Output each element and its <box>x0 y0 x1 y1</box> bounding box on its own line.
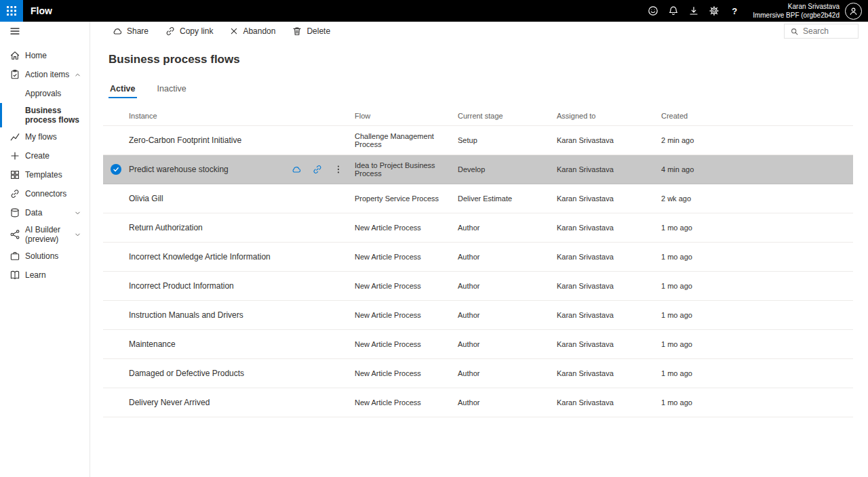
row-assigned: Karan Srivastava <box>557 369 661 377</box>
search-box[interactable] <box>784 24 859 39</box>
share-cloud-icon <box>112 26 123 37</box>
table-row-selected[interactable]: Predict warehouse stocking Idea to Proje… <box>103 155 853 184</box>
sidebar-item-my-flows[interactable]: My flows <box>0 127 90 146</box>
row-stage: Author <box>458 282 557 290</box>
row-assigned: Karan Srivastava <box>557 224 661 232</box>
row-select-cell[interactable] <box>103 126 129 154</box>
row-instance: Damaged or Defective Products <box>129 369 244 378</box>
account-info[interactable]: Karan Srivastava Immersive BPF (orgbe2b4… <box>753 2 840 20</box>
row-share-icon[interactable] <box>291 164 302 175</box>
table-row[interactable]: Delivery Never Arrived New Article Proce… <box>103 388 853 417</box>
abandon-button[interactable]: Abandon <box>229 26 275 36</box>
download-icon <box>688 5 699 16</box>
row-assigned: Karan Srivastava <box>557 136 661 144</box>
share-button[interactable]: Share <box>112 26 149 37</box>
column-header-flow[interactable]: Flow <box>355 112 458 120</box>
row-flow: New Article Process <box>355 282 458 290</box>
row-instance: Delivery Never Arrived <box>129 398 210 407</box>
sidebar-item-label: Learn <box>25 270 46 280</box>
column-header-created[interactable]: Created <box>661 112 853 120</box>
collapse-nav-button[interactable] <box>0 22 90 41</box>
help-button[interactable]: ? <box>724 0 745 22</box>
row-select-cell[interactable] <box>103 388 129 417</box>
sidebar-item-learn[interactable]: Learn <box>0 266 90 285</box>
copy-link-button[interactable]: Copy link <box>165 26 213 37</box>
column-header-instance[interactable]: Instance <box>129 112 355 120</box>
table-row[interactable]: Damaged or Defective Products New Articl… <box>103 359 853 388</box>
row-select-cell[interactable] <box>103 155 129 184</box>
sidebar-item-action-items[interactable]: Action items <box>0 65 90 84</box>
clipboard-icon <box>9 69 20 80</box>
feedback-smiley-button[interactable] <box>643 0 663 22</box>
user-avatar[interactable] <box>845 3 862 20</box>
row-select-cell[interactable] <box>103 184 129 213</box>
hamburger-icon <box>9 26 20 37</box>
settings-button[interactable] <box>704 0 724 22</box>
smiley-icon <box>648 5 658 16</box>
row-instance: Instruction Manuals and Drivers <box>129 310 243 320</box>
row-select-cell[interactable] <box>103 301 129 329</box>
sidebar-item-label: My flows <box>25 132 57 142</box>
row-stage: Author <box>458 224 557 232</box>
home-icon <box>9 50 20 61</box>
table-row[interactable]: Incorrect Product Information New Articl… <box>103 272 853 301</box>
row-flow: New Article Process <box>355 398 458 407</box>
row-select-cell[interactable] <box>103 330 129 358</box>
app-title: Flow <box>31 5 52 16</box>
row-assigned: Karan Srivastava <box>557 340 661 348</box>
table-row[interactable]: Instruction Manuals and Drivers New Arti… <box>103 301 853 330</box>
download-button[interactable] <box>684 0 704 22</box>
search-input[interactable] <box>803 26 852 36</box>
chevron-up-icon <box>74 71 81 79</box>
table-row[interactable]: Return Authorization New Article Process… <box>103 213 853 243</box>
sidebar-item-home[interactable]: Home <box>0 46 90 65</box>
row-instance: Return Authorization <box>129 223 203 232</box>
table-row[interactable]: Incorrect Knowledge Article Information … <box>103 243 853 272</box>
column-header-current-stage[interactable]: Current stage <box>458 112 557 120</box>
row-actions <box>291 164 355 175</box>
chevron-down-icon <box>74 209 81 217</box>
sidebar-item-approvals[interactable]: Approvals <box>0 84 90 103</box>
help-icon: ? <box>732 6 737 16</box>
tab-active[interactable]: Active <box>108 84 137 98</box>
sidebar-item-connectors[interactable]: Connectors <box>0 184 90 203</box>
app-launcher-button[interactable] <box>0 0 23 22</box>
sidebar-item-ai-builder[interactable]: AI Builder (preview) <box>0 222 90 247</box>
sidebar-item-templates[interactable]: Templates <box>0 165 90 184</box>
delete-button[interactable]: Delete <box>292 26 330 37</box>
row-stage: Deliver Estimate <box>458 194 557 203</box>
row-select-cell[interactable] <box>103 272 129 300</box>
column-header-assigned-to[interactable]: Assigned to <box>557 112 661 120</box>
table-row[interactable]: Zero-Carbon Footprint Initiative Challen… <box>103 126 853 155</box>
sidebar-item-label: AI Builder (preview) <box>25 225 74 244</box>
row-created: 2 wk ago <box>661 194 853 203</box>
notifications-button[interactable] <box>663 0 684 22</box>
table-header: Instance Flow Current stage Assigned to … <box>103 108 853 126</box>
sidebar-item-data[interactable]: Data <box>0 203 90 222</box>
row-select-cell[interactable] <box>103 213 129 242</box>
sidebar-item-create[interactable]: Create <box>0 146 90 165</box>
row-copy-link-icon[interactable] <box>312 164 323 175</box>
sidebar-item-solutions[interactable]: Solutions <box>0 247 90 266</box>
tab-inactive[interactable]: Inactive <box>156 84 188 98</box>
row-select-cell[interactable] <box>103 359 129 388</box>
row-assigned: Karan Srivastava <box>557 194 661 203</box>
row-select-cell[interactable] <box>103 243 129 271</box>
user-name: Karan Srivastava <box>753 2 840 11</box>
row-assigned: Karan Srivastava <box>557 398 661 407</box>
trash-icon <box>292 26 302 37</box>
row-flow: New Article Process <box>355 311 458 319</box>
table-row[interactable]: Olivia Gill Property Service Process Del… <box>103 184 853 213</box>
close-icon <box>229 26 239 36</box>
row-stage: Develop <box>458 165 557 173</box>
plus-icon <box>9 150 20 161</box>
row-stage: Author <box>458 311 557 319</box>
row-more-options-icon[interactable] <box>333 164 344 175</box>
table-row[interactable]: Maintenance New Article Process Author K… <box>103 330 853 359</box>
sidebar-item-business-process-flows[interactable]: Business process flows <box>0 103 90 127</box>
row-created: 1 mo ago <box>661 224 853 232</box>
page-title: Business process flows <box>108 53 868 66</box>
sidebar-item-label: Business process flows <box>25 106 87 125</box>
sidebar-item-label: Solutions <box>25 251 58 261</box>
abandon-label: Abandon <box>243 26 275 36</box>
